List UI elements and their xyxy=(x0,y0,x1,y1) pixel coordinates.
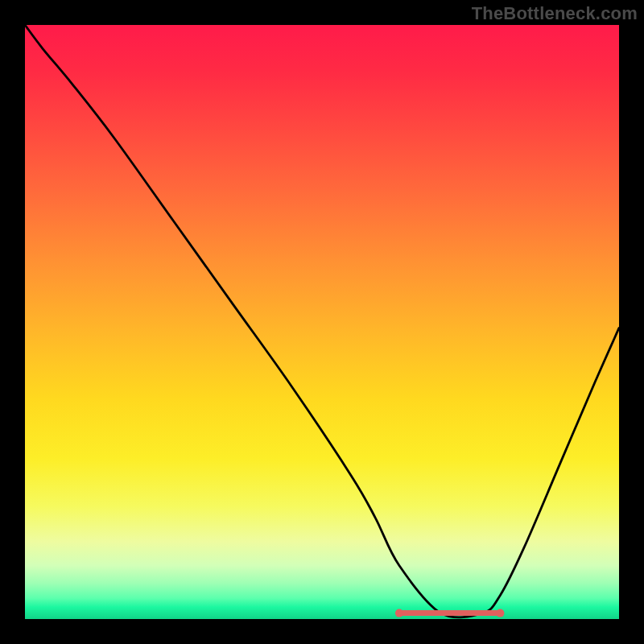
plot-area xyxy=(25,25,619,619)
watermark-text: TheBottleneck.com xyxy=(472,3,638,24)
optimal-start-dot xyxy=(395,609,403,617)
optimal-end-dot xyxy=(496,609,504,617)
curve-svg xyxy=(25,25,619,619)
chart-container: TheBottleneck.com xyxy=(0,0,644,644)
bottleneck-curve xyxy=(25,25,619,617)
